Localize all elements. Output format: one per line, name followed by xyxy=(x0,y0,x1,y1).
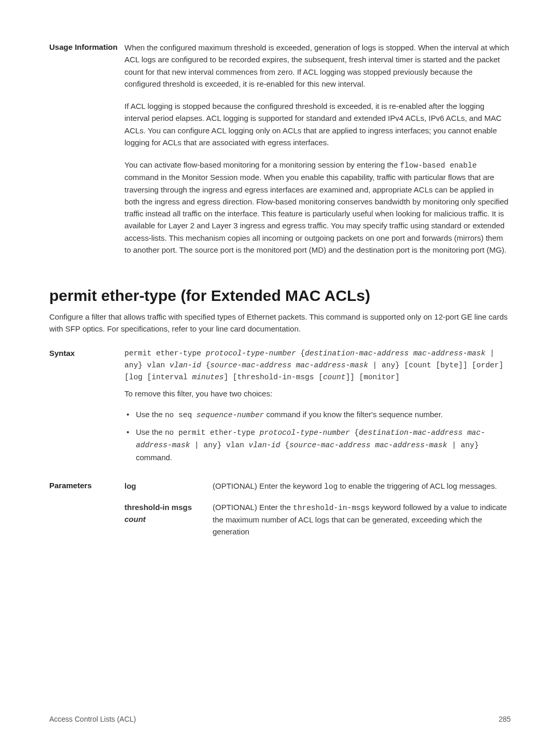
page-footer: Access Control Lists (ACL) 285 xyxy=(49,715,511,723)
syntax-command: permit ether-type protocol-type-number {… xyxy=(124,348,511,384)
syntax-section: Syntax permit ether-type protocol-type-n… xyxy=(49,348,511,469)
param-log: log (OPTIONAL) Enter the keyword log to … xyxy=(124,480,511,492)
param-threshold: threshold-in msgs count (OPTIONAL) Enter… xyxy=(124,501,511,538)
param-log-desc: (OPTIONAL) Enter the keyword log to enab… xyxy=(213,480,511,492)
footer-page-number: 285 xyxy=(499,715,511,723)
usage-para-1: When the configured maximum threshold is… xyxy=(124,42,511,90)
section-heading: permit ether-type (for Extended MAC ACLs… xyxy=(49,287,511,305)
syntax-bullets: Use the no seq sequence-number command i… xyxy=(124,408,511,464)
footer-left: Access Control Lists (ACL) xyxy=(49,715,136,723)
parameters-section: Parameters log (OPTIONAL) Enter the keyw… xyxy=(49,480,511,546)
param-log-name: log xyxy=(124,480,213,492)
syntax-bullet-1: Use the no seq sequence-number command i… xyxy=(124,408,511,421)
usage-label: Usage Information xyxy=(49,42,124,256)
usage-para-2: If ACL logging is stopped because the co… xyxy=(124,100,511,148)
parameters-label: Parameters xyxy=(49,480,124,546)
usage-content: When the configured maximum threshold is… xyxy=(124,42,511,256)
syntax-content: permit ether-type protocol-type-number {… xyxy=(124,348,511,469)
section-intro: Configure a filter that allows traffic w… xyxy=(49,311,511,335)
param-threshold-name: threshold-in msgs count xyxy=(124,501,213,538)
syntax-label: Syntax xyxy=(49,348,124,469)
param-threshold-desc: (OPTIONAL) Enter the threshold-in-msgs k… xyxy=(213,501,511,538)
usage-information-section: Usage Information When the configured ma… xyxy=(49,42,511,256)
parameters-content: log (OPTIONAL) Enter the keyword log to … xyxy=(124,480,511,546)
syntax-note: To remove this filter, you have two choi… xyxy=(124,388,511,399)
flow-based-enable-code: flow-based enable xyxy=(400,161,477,170)
usage-para-3: You can activate flow-based monitoring f… xyxy=(124,159,511,256)
syntax-bullet-2: Use the no permit ether-type protocol-ty… xyxy=(124,426,511,463)
